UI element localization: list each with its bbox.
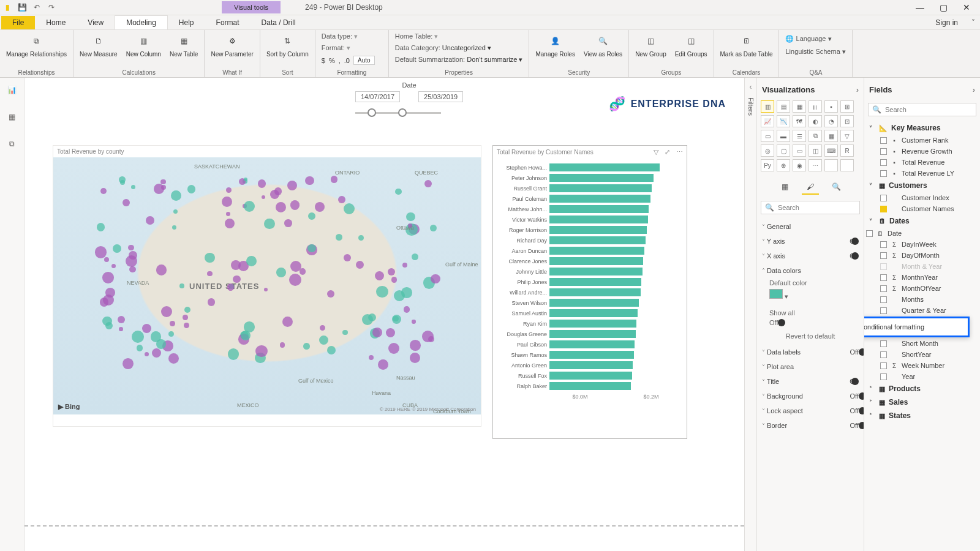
bar[interactable] xyxy=(549,216,648,223)
map-bubble[interactable] xyxy=(172,225,176,230)
map-bubble[interactable] xyxy=(226,187,232,193)
field-item[interactable]: ▪Total Revenue LY xyxy=(868,168,976,179)
map-bubble[interactable] xyxy=(168,331,174,337)
field-item[interactable]: ShortYear xyxy=(868,349,976,360)
tab-view[interactable]: View xyxy=(77,16,115,29)
filter-icon[interactable]: ▽ xyxy=(654,148,658,156)
field-checkbox[interactable] xyxy=(880,362,887,369)
bar[interactable] xyxy=(549,351,634,359)
report-view-icon[interactable]: 📊 xyxy=(5,83,20,97)
edit-groups-button[interactable]: ◫Edit Groups xyxy=(673,31,710,59)
viz-type-cell[interactable]: ▬ xyxy=(777,130,790,142)
viz-type-cell[interactable]: 📈 xyxy=(761,115,774,127)
map-bubble[interactable] xyxy=(241,331,251,340)
map-bubble[interactable] xyxy=(183,315,187,320)
chevron-down-icon[interactable]: ˅ xyxy=(967,16,980,29)
section-data-labels[interactable]: ˅ Data labelsOff xyxy=(761,345,860,359)
map-bubble[interactable] xyxy=(255,345,267,357)
field-item[interactable]: ▪Customer Rank xyxy=(868,135,976,146)
new-measure-button[interactable]: 🗋New Measure xyxy=(77,31,120,59)
map-bubble[interactable] xyxy=(207,271,213,277)
mark-date-table-button[interactable]: 🗓Mark as Date Table xyxy=(718,31,775,59)
bar[interactable] xyxy=(549,184,652,192)
map-bubble[interactable] xyxy=(205,253,214,263)
map-bubble[interactable] xyxy=(222,197,232,207)
map-bubble[interactable] xyxy=(274,187,282,195)
currency-button[interactable]: $ xyxy=(322,57,325,64)
file-tab[interactable]: File xyxy=(1,16,35,29)
map-bubble[interactable] xyxy=(123,199,130,206)
decimals-input[interactable]: Auto xyxy=(353,56,375,65)
minimize-icon[interactable]: — xyxy=(914,2,926,12)
map-bubble[interactable] xyxy=(119,176,125,182)
map-bubble[interactable] xyxy=(410,353,420,363)
field-checkbox[interactable] xyxy=(880,159,887,166)
map-bubble[interactable] xyxy=(102,272,113,283)
linguistic-schema-dropdown[interactable]: Linguistic Schema ▾ xyxy=(783,47,848,57)
viz-type-cell[interactable]: ⊞ xyxy=(840,100,854,113)
viz-type-cell[interactable]: ◎ xyxy=(761,144,774,157)
map-bubble[interactable] xyxy=(233,276,241,283)
field-item[interactable]: ˅🗓Date xyxy=(868,228,976,239)
manage-relationships-button[interactable]: ⧉ Manage Relationships xyxy=(4,31,69,59)
map-bubble[interactable] xyxy=(276,268,286,277)
viz-type-cell[interactable]: ▽ xyxy=(840,130,854,142)
field-item[interactable]: ΣWeek Number xyxy=(868,360,976,371)
map-bubble[interactable] xyxy=(262,195,265,199)
viz-type-cell[interactable]: 📉 xyxy=(777,115,790,127)
comma-button[interactable]: , xyxy=(339,57,341,64)
field-item[interactable]: Quarter & Year xyxy=(868,305,976,316)
field-item[interactable]: Customer Index xyxy=(868,192,976,203)
bar[interactable] xyxy=(549,278,641,286)
save-icon[interactable]: 💾 xyxy=(17,2,27,12)
map-bubble[interactable] xyxy=(280,342,285,348)
viz-type-cell[interactable]: R xyxy=(840,144,854,157)
field-table-key-measures[interactable]: ˅📐Key Measures xyxy=(868,121,976,135)
map-bubble[interactable] xyxy=(303,343,310,350)
bar[interactable] xyxy=(549,268,643,276)
map-bubble[interactable] xyxy=(227,283,235,291)
map-bubble[interactable] xyxy=(160,179,165,184)
field-item[interactable]: Customer Names xyxy=(868,203,976,214)
map-bubble[interactable] xyxy=(156,264,167,276)
viz-type-cell[interactable]: ▤ xyxy=(777,100,790,113)
model-view-icon[interactable]: ⧉ xyxy=(5,137,20,151)
report-canvas[interactable]: Date 14/07/2017 25/03/2019 🧬 ENTERPRISE … xyxy=(24,78,744,551)
map-bubble[interactable] xyxy=(244,201,255,212)
field-checkbox[interactable] xyxy=(880,307,887,314)
percent-button[interactable]: % xyxy=(329,57,335,64)
bar[interactable] xyxy=(549,236,646,244)
map-bubble[interactable] xyxy=(412,320,415,323)
map-bubble[interactable] xyxy=(320,325,325,331)
slider-handle-from[interactable] xyxy=(368,108,376,117)
new-table-button[interactable]: ▦New Table xyxy=(167,31,201,59)
field-checkbox[interactable] xyxy=(880,274,887,281)
bar[interactable] xyxy=(549,247,644,255)
fields-search[interactable]: 🔍 xyxy=(868,103,976,116)
map-bubble[interactable] xyxy=(111,264,116,268)
contextual-tab-visual-tools[interactable]: Visual tools xyxy=(222,1,281,13)
tab-help[interactable]: Help xyxy=(168,16,205,29)
undo-icon[interactable]: ↶ xyxy=(32,2,42,12)
language-dropdown[interactable]: 🌐 Language ▾ xyxy=(783,34,834,44)
bar[interactable] xyxy=(549,205,649,213)
field-checkbox[interactable] xyxy=(880,340,887,347)
bar[interactable] xyxy=(549,330,636,338)
viz-type-cell[interactable]: ▭ xyxy=(761,130,774,142)
map-body[interactable]: UNITED STATES ▶ Bing © 2019 HERE © 2019 … xyxy=(53,157,481,414)
field-table-dates[interactable]: ˅🗓Dates xyxy=(868,214,976,228)
map-bubble[interactable] xyxy=(123,358,134,369)
bar[interactable] xyxy=(549,340,635,348)
section-lock-aspect[interactable]: ˅ Lock aspectOff xyxy=(761,403,860,418)
viz-type-cell[interactable]: ▢ xyxy=(777,144,790,157)
bar[interactable] xyxy=(549,288,641,296)
map-bubble[interactable] xyxy=(95,246,107,258)
map-bubble[interactable] xyxy=(287,181,297,190)
section-border[interactable]: ˅ BorderOff xyxy=(761,418,860,433)
viz-type-cell[interactable]: 🗺 xyxy=(793,115,806,127)
map-bubble[interactable] xyxy=(208,298,216,306)
sort-by-column-button[interactable]: ⇅Sort by Column xyxy=(264,31,311,59)
field-checkbox[interactable] xyxy=(880,285,887,292)
viz-type-cell[interactable]: ▭ xyxy=(793,144,806,157)
viz-type-cell[interactable]: ▦ xyxy=(793,100,806,113)
